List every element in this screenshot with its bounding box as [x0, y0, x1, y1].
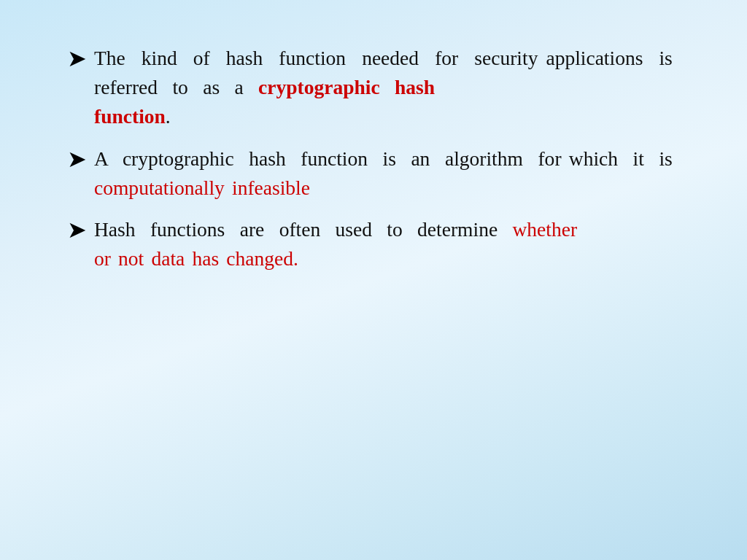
highlight-whether-or-not: whetheror not data has changed. [94, 218, 577, 270]
bullet-item-3: ➤ Hash functions are often used to deter… [67, 215, 680, 273]
slide-content: ➤ The kind of hash function needed for s… [23, 7, 724, 316]
bullet-item-2: ➤ A cryptographic hash function is an al… [67, 144, 680, 203]
bullet-item-1: ➤ The kind of hash function needed for s… [67, 44, 680, 131]
bullet-arrow-3: ➤ [67, 217, 87, 244]
bullet-text-1: The kind of hash function needed for sec… [94, 44, 680, 131]
bullet-text-3: Hash functions are often used to determi… [94, 215, 680, 273]
bullet-arrow-1: ➤ [67, 45, 87, 72]
highlight-cryptographic-hash-function: cryptographic hashfunction [94, 76, 435, 128]
bullet-arrow-2: ➤ [67, 146, 87, 173]
bullet-text-2: A cryptographic hash function is an algo… [94, 144, 680, 203]
highlight-computationally-infeasible: computationally infeasible [94, 176, 310, 199]
